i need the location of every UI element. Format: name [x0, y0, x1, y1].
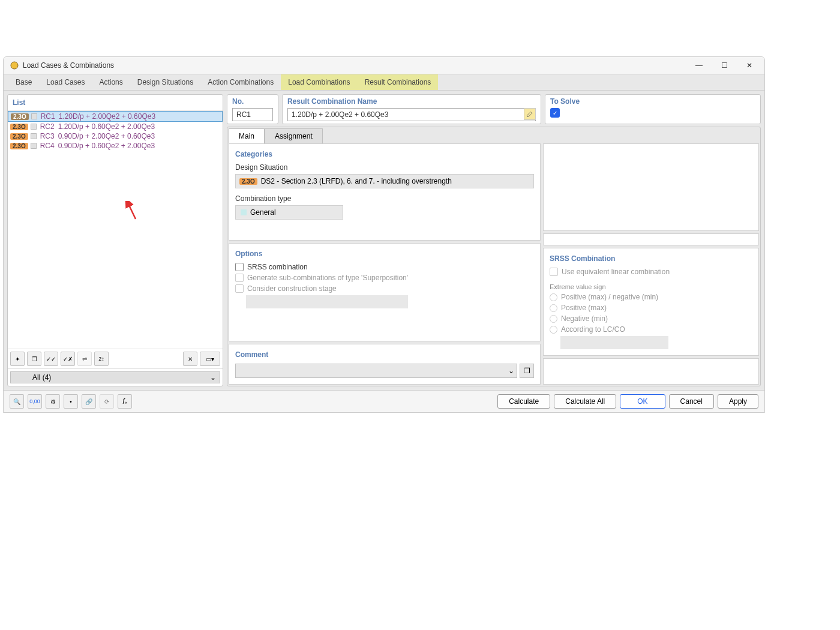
rc-id: RC3 — [40, 132, 56, 140]
color-swatch — [31, 124, 37, 130]
solve-checkbox[interactable]: ✓ — [550, 108, 560, 118]
main-tabs: Base Load Cases Actions Design Situation… — [4, 74, 764, 91]
list-panel: List 2.3O RC1 1.20D/p + 2.00Qe2 + 0.60Qe… — [7, 94, 223, 386]
comment-input[interactable]: ⌄ — [235, 364, 517, 378]
disabled-lcco-input — [560, 336, 668, 349]
filter-select[interactable]: All (4) ⌄ — [10, 371, 220, 383]
subtab-main[interactable]: Main — [229, 128, 265, 143]
swap-button[interactable]: ⇄ — [77, 352, 92, 366]
design-situation-select[interactable]: 2.3O DS2 - Section 2.3 (LRFD), 6. and 7.… — [235, 174, 534, 188]
tool-icon-2[interactable]: • — [64, 394, 78, 409]
combination-type-label: Combination type — [235, 194, 534, 203]
options-panel: Options SRSS combination Generate sub-co… — [229, 243, 541, 341]
ok-button[interactable]: OK — [620, 394, 665, 409]
srss-panel: SRSS Combination Use equivalent linear c… — [543, 248, 759, 356]
ds-badge: 2.3O — [10, 143, 28, 149]
solve-field-box: To Solve ✓ — [545, 94, 761, 124]
edit-name-button[interactable] — [524, 108, 536, 120]
ds-badge: 2.3O — [239, 178, 257, 185]
srss-title: SRSS Combination — [550, 254, 752, 263]
ds-badge: 2.3O — [10, 133, 28, 140]
solve-label: To Solve — [550, 97, 755, 106]
consider-checkbox — [235, 284, 244, 293]
sign-opt2: Positive (max) — [561, 304, 607, 312]
rc-name: 1.20D/p + 2.00Qe2 + 0.60Qe3 — [59, 112, 155, 121]
name-input[interactable]: 1.20D/p + 2.00Qe2 + 0.60Qe3 — [287, 108, 536, 121]
units-icon[interactable]: 0,00 — [28, 394, 42, 409]
preview-panel — [543, 143, 759, 231]
type-value: General — [250, 208, 276, 217]
tab-actions[interactable]: Actions — [92, 74, 130, 90]
tool-icon-1[interactable]: ⚙ — [46, 394, 60, 409]
no-label: No. — [232, 97, 273, 106]
extreme-label: Extreme value sign — [550, 283, 752, 290]
tab-load-combinations[interactable]: Load Combinations — [281, 74, 357, 90]
list-row[interactable]: 2.3O RC2 1.20D/p + 0.60Qe2 + 2.00Qe3 — [8, 122, 223, 131]
list-row[interactable]: 2.3O RC3 0.90D/p + 2.00Qe2 + 0.60Qe3 — [8, 131, 223, 141]
delete-button[interactable]: ✕ — [183, 352, 197, 366]
sign-radio-2 — [550, 304, 557, 312]
info-bar — [543, 233, 759, 245]
rc-name: 0.90D/p + 0.60Qe2 + 2.00Qe3 — [58, 142, 155, 150]
function-icon[interactable]: fₓ — [118, 394, 132, 409]
options-title: Options — [235, 250, 534, 258]
sign-radio-3 — [550, 315, 557, 323]
link-icon[interactable]: 🔗 — [82, 394, 96, 409]
tab-base[interactable]: Base — [8, 74, 39, 90]
rc-id: RC2 — [40, 122, 56, 131]
sign-opt3: Negative (min) — [561, 314, 608, 323]
use-equiv-label: Use equivalent linear combination — [562, 268, 670, 276]
maximize-button[interactable]: ☐ — [715, 61, 733, 70]
srss-checkbox[interactable] — [235, 263, 244, 271]
sign-radio-4 — [550, 326, 557, 334]
name-field-box: Result Combination Name 1.20D/p + 2.00Qe… — [282, 94, 541, 124]
rc-id: RC1 — [41, 112, 56, 121]
disabled-input — [246, 295, 408, 308]
color-swatch — [31, 143, 37, 149]
window-title: Load Cases & Combinations — [23, 61, 690, 70]
calculate-button[interactable]: Calculate — [497, 394, 550, 409]
copy-button[interactable]: ❐ — [27, 352, 41, 366]
subtab-assignment[interactable]: Assignment — [265, 128, 323, 143]
calculate-all-button[interactable]: Calculate All — [554, 394, 616, 409]
generate-label: Generate sub-combinations of type 'Super… — [247, 274, 408, 282]
renumber-button[interactable]: 2↕ — [94, 352, 109, 366]
srss-label: SRSS combination — [247, 263, 308, 271]
deselect-all-button[interactable]: ✓✗ — [61, 352, 75, 366]
list-header: List — [8, 95, 223, 111]
list-row[interactable]: 2.3O RC1 1.20D/p + 2.00Qe2 + 0.60Qe3 — [8, 111, 223, 122]
app-icon — [10, 61, 19, 70]
bottom-right-panel — [543, 358, 759, 385]
use-equiv-checkbox — [550, 268, 558, 276]
sign-radio-1 — [550, 293, 557, 301]
bottom-bar: 🔍 0,00 ⚙ • 🔗 ⟳ fₓ Calculate Calculate Al… — [4, 390, 764, 412]
rc-name: 1.20D/p + 0.60Qe2 + 2.00Qe3 — [58, 122, 155, 131]
rc-id: RC4 — [40, 142, 56, 150]
ds-badge: 2.3O — [10, 124, 28, 130]
no-input[interactable]: RC1 — [232, 108, 273, 121]
minimize-button[interactable]: — — [690, 61, 708, 70]
tab-result-combinations[interactable]: Result Combinations — [358, 74, 439, 90]
combination-type-select[interactable]: General — [235, 205, 343, 220]
tab-load-cases[interactable]: Load Cases — [39, 74, 92, 90]
view-mode-button[interactable]: ▭▾ — [200, 352, 220, 366]
search-icon[interactable]: 🔍 — [10, 394, 24, 409]
list-row[interactable]: 2.3O RC4 0.90D/p + 0.60Qe2 + 2.00Qe3 — [8, 141, 223, 151]
design-situation-label: Design Situation — [235, 163, 534, 172]
chevron-down-icon: ⌄ — [508, 367, 514, 375]
apply-button[interactable]: Apply — [718, 394, 758, 409]
cancel-button[interactable]: Cancel — [669, 394, 714, 409]
sign-opt4: According to LC/CO — [561, 325, 625, 334]
select-all-button[interactable]: ✓✓ — [44, 352, 58, 366]
comment-copy-button[interactable]: ❐ — [520, 364, 534, 378]
tool-icon-3[interactable]: ⟳ — [100, 394, 114, 409]
close-button[interactable]: ✕ — [740, 61, 758, 70]
comment-title: Comment — [235, 350, 534, 359]
new-button[interactable]: ✦ — [10, 352, 25, 366]
filter-label: All (4) — [32, 373, 51, 382]
chevron-down-icon: ⌄ — [210, 373, 216, 382]
tab-action-combinations[interactable]: Action Combinations — [200, 74, 281, 90]
svg-point-0 — [11, 62, 18, 69]
ds-value: DS2 - Section 2.3 (LRFD), 6. and 7. - in… — [261, 177, 452, 185]
tab-design-situations[interactable]: Design Situations — [130, 74, 200, 90]
